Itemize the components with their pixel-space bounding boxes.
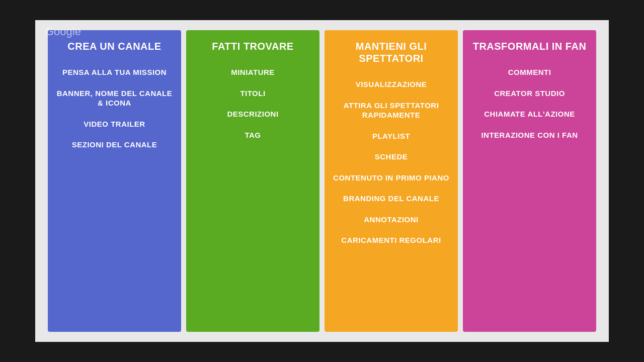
col3-item-5: BRANDING DEL CANALE <box>343 194 439 204</box>
col2-item-2: DESCRIZIONI <box>227 109 278 119</box>
col4-header: TRASFORMALI IN FAN <box>473 40 587 52</box>
col2-item-1: TITOLI <box>240 88 265 99</box>
col3-item-3: SCHEDE <box>375 152 408 162</box>
col1-item-3: SEZIONI DEL CANALE <box>72 140 157 150</box>
col4-item-0: COMMENTI <box>508 67 551 77</box>
col3-item-4: CONTENUTO IN PRIMO PIANO <box>333 173 449 183</box>
column-blue: CREA UN CANALE PENSA ALLA TUA MISSION BA… <box>48 30 181 332</box>
column-orange: MANTIENI GLI SPETTATORI VISUALIZZAZIONE … <box>325 30 458 332</box>
col1-header: CREA UN CANALE <box>67 40 161 52</box>
col3-item-1: ATTIRA GLI SPETTATORI RAPIDAMENTE <box>330 101 453 120</box>
columns-wrapper: CREA UN CANALE PENSA ALLA TUA MISSION BA… <box>35 20 609 342</box>
col2-item-3: TAG <box>245 130 261 140</box>
slide-container: Google CREA UN CANALE PENSA ALLA TUA MIS… <box>35 20 609 342</box>
col1-item-0: PENSA ALLA TUA MISSION <box>62 67 167 77</box>
col2-header: FATTI TROVARE <box>212 40 293 52</box>
col3-item-2: PLAYLIST <box>372 131 410 141</box>
col3-item-7: CARICAMENTI REGOLARI <box>341 235 441 245</box>
col3-item-0: VISUALIZZAZIONE <box>356 79 427 89</box>
col4-item-1: CREATOR STUDIO <box>494 88 565 99</box>
column-pink: TRASFORMALI IN FAN COMMENTI CREATOR STUD… <box>463 30 596 332</box>
col3-header: MANTIENI GLI SPETTATORI <box>330 40 453 64</box>
col4-item-2: CHIAMATE ALL'AZIONE <box>484 109 575 119</box>
col2-item-0: MINIATURE <box>231 67 275 77</box>
col3-item-6: ANNOTAZIONI <box>364 215 419 225</box>
col4-item-3: INTERAZIONE CON I FAN <box>481 130 578 140</box>
col1-item-1: BANNER, NOME DEL CANALE & ICONA <box>53 88 176 108</box>
google-logo: Google <box>45 25 81 38</box>
col1-item-2: VIDEO TRAILER <box>84 119 145 129</box>
column-green: FATTI TROVARE MINIATURE TITOLI DESCRIZIO… <box>186 30 319 332</box>
